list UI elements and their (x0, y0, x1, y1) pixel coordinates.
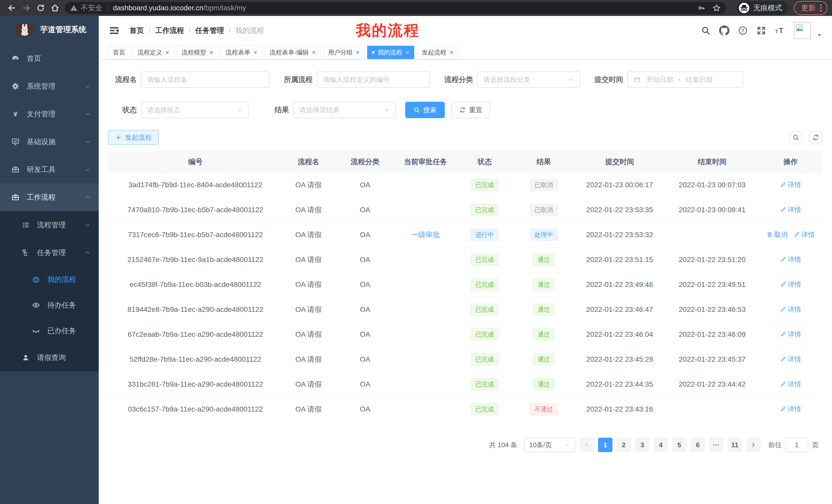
parent-process-input-box[interactable] (317, 72, 430, 88)
chevron-down-icon (568, 77, 574, 83)
refresh-icon[interactable] (809, 131, 823, 144)
cancel-link[interactable]: 取消 (766, 230, 787, 239)
browser-menu-icon[interactable] (820, 4, 822, 11)
sidebar-item[interactable]: 流程管理 (0, 211, 99, 239)
font-size-icon[interactable]: TT (772, 23, 787, 38)
status-select[interactable]: 请选择状态 (141, 102, 249, 118)
sidebar-item[interactable]: ¥支付管理 (0, 100, 99, 128)
tab-我的流程[interactable]: 我的流程× (367, 46, 414, 59)
close-icon[interactable]: × (209, 49, 213, 56)
process-id: 03c6c157-7b9a-11ec-a290-acde48001122 (128, 405, 263, 413)
result-badge: 不通过 (530, 403, 558, 415)
process-id: 52ffd28e-7b9a-11ec-a290-acde48001122 (130, 355, 261, 363)
reset-button[interactable]: 重置 (451, 102, 490, 118)
breadcrumb-item[interactable]: 首页 (130, 26, 144, 35)
sidebar-item[interactable]: 已办任务 (0, 318, 99, 344)
detail-link[interactable]: 详情 (780, 330, 801, 339)
browser-reload-button[interactable] (33, 2, 48, 14)
current-task-link[interactable]: 一级审批 (411, 231, 440, 239)
page-ellipsis[interactable]: ··· (709, 438, 724, 452)
bookmark-star-icon[interactable] (712, 4, 721, 12)
detail-link[interactable]: 详情 (780, 205, 801, 214)
github-icon[interactable] (717, 23, 732, 38)
table-row: 03c6c157-7b9a-11ec-a290-acde48001122OA 请… (108, 397, 823, 422)
browser-home-button[interactable] (48, 2, 62, 14)
parent-process-input[interactable] (323, 76, 424, 84)
close-icon[interactable]: × (253, 49, 257, 56)
next-page-button[interactable] (746, 438, 760, 452)
tab-用户分组[interactable]: 用户分组× (323, 46, 365, 59)
detail-link[interactable]: 详情 (794, 230, 815, 239)
detail-link[interactable]: 详情 (780, 305, 801, 314)
status-badge: 已完成 (470, 278, 499, 290)
detail-link[interactable]: 详情 (780, 380, 801, 389)
chevron-down-icon (84, 83, 91, 90)
close-icon[interactable]: × (449, 49, 453, 56)
detail-link[interactable]: 详情 (780, 355, 801, 364)
caret-down-icon[interactable] (816, 32, 823, 38)
category-select[interactable]: 请选择流程分类 (477, 72, 580, 88)
sidebar-item[interactable]: 工作流程 (0, 184, 99, 211)
sidebar-item[interactable]: 系统管理 (0, 73, 99, 100)
process-name-input-box[interactable] (141, 72, 269, 88)
detail-link[interactable]: 详情 (780, 180, 801, 189)
sidebar-item[interactable]: 任务管理 (0, 239, 99, 267)
sidebar-item[interactable]: 请假查询 (0, 344, 99, 371)
result-select[interactable]: 请选择流结果 (293, 102, 396, 118)
result-badge: 通过 (533, 278, 555, 290)
sidebar-item[interactable]: 首页 (0, 45, 99, 73)
sidebar-item[interactable]: 待办任务 (0, 292, 99, 318)
sidebar-toggle-icon[interactable] (108, 24, 120, 37)
page-button-11[interactable]: 11 (728, 438, 742, 452)
close-icon[interactable]: × (406, 49, 409, 56)
process-id: 331bc281-7b9a-11ec-a290-acde48001122 (128, 380, 263, 388)
detail-link[interactable]: 详情 (780, 280, 801, 289)
tab-首页[interactable]: 首页 (108, 46, 130, 59)
page-button-6[interactable]: 6 (691, 438, 705, 452)
close-icon[interactable]: × (165, 49, 169, 56)
tab-流程定义[interactable]: 流程定义× (133, 46, 174, 59)
toolbox-icon (11, 165, 20, 174)
search-icon[interactable] (698, 23, 713, 38)
page-size-select[interactable]: 10条/页 (524, 438, 575, 452)
table-row: ec45f38f-7b9a-11ec-b03b-acde48001122OA 请… (108, 272, 823, 297)
detail-link[interactable]: 详情 (780, 404, 801, 414)
browser-update-button[interactable]: 更新 (794, 1, 827, 15)
search-button[interactable]: 搜索 (405, 102, 445, 118)
pagination: 共 104 条 10条/页 123456···11 前往 页 (108, 438, 823, 452)
process-name-input[interactable] (147, 76, 263, 84)
start-process-button[interactable]: 发起流程 (108, 130, 159, 145)
tab-流程表单-编辑[interactable]: 流程表单-编辑× (265, 46, 321, 59)
browser-forward-button[interactable] (19, 2, 33, 14)
app-logo[interactable]: 芋道管理系统 (0, 16, 99, 43)
sidebar-item[interactable]: 基础设施 (0, 128, 99, 156)
page-button-4[interactable]: 4 (654, 438, 668, 452)
close-icon[interactable]: × (356, 49, 360, 56)
page-button-1[interactable]: 1 (598, 438, 613, 452)
tab-label: 流程模型 (182, 48, 206, 57)
prev-page-button[interactable] (579, 438, 594, 452)
page-button-5[interactable]: 5 (672, 438, 686, 452)
sidebar-item-label: 请假查询 (37, 353, 66, 362)
browser-back-button[interactable] (5, 2, 19, 14)
date-range-picker[interactable]: 开始日期 - 结束日期 (627, 72, 743, 88)
tab-发起流程[interactable]: 发起流程× (417, 46, 458, 59)
toggle-search-icon[interactable] (789, 131, 803, 144)
sidebar-item[interactable]: 研发工具 (0, 156, 99, 184)
breadcrumb-item[interactable]: 工作流程 (155, 26, 184, 35)
page-button-3[interactable]: 3 (635, 438, 649, 452)
address-bar[interactable]: 不安全 dashboard.yudao.iocoder.cn/bpm/task/… (65, 2, 726, 14)
breadcrumb-item[interactable]: 任务管理 (196, 26, 224, 35)
tab-流程表单[interactable]: 流程表单× (220, 46, 262, 59)
tab-流程模型[interactable]: 流程模型× (177, 46, 218, 59)
goto-page-input[interactable] (785, 438, 808, 452)
sidebar-item[interactable]: 我的流程 (0, 267, 99, 292)
page-button-2[interactable]: 2 (617, 438, 631, 452)
detail-link[interactable]: 详情 (780, 255, 801, 264)
fullscreen-icon[interactable] (754, 23, 769, 38)
avatar[interactable] (794, 22, 811, 39)
help-icon[interactable]: ? (735, 23, 750, 38)
eye-off-icon (31, 326, 41, 335)
close-icon[interactable]: × (312, 49, 316, 56)
password-key-icon[interactable] (697, 4, 705, 12)
